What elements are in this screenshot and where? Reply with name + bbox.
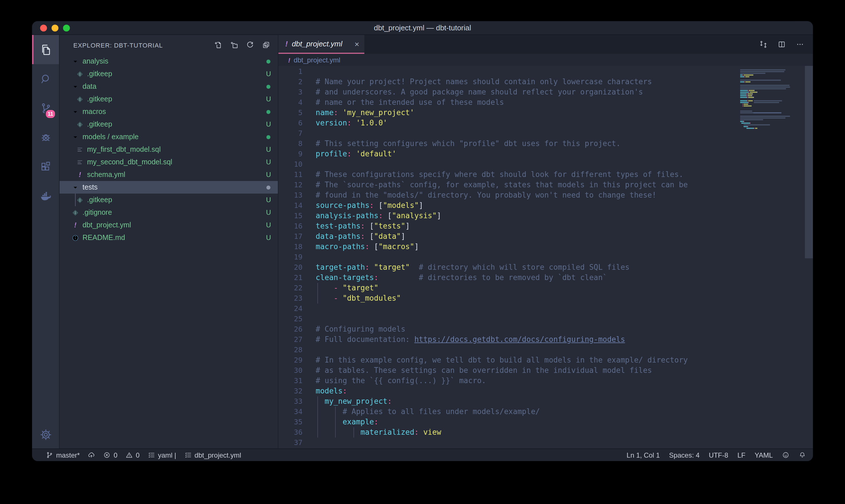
- minimap[interactable]: [740, 68, 805, 131]
- status-problems-warnings[interactable]: 0: [125, 451, 140, 459]
- line-number: 2: [278, 77, 303, 87]
- tree-item-dbt-project-yml[interactable]: !dbt_project.ymlU: [59, 219, 278, 231]
- code-line-26[interactable]: 26# Configuring models: [278, 324, 813, 335]
- code-line-28[interactable]: 28: [278, 345, 813, 355]
- status-eol[interactable]: LF: [737, 451, 745, 459]
- status-cursor-position[interactable]: Ln 1, Col 1: [627, 451, 660, 459]
- status-notifications[interactable]: [798, 451, 806, 459]
- code-line-21[interactable]: 21clean-targets: # directories to be rem…: [278, 273, 813, 283]
- line-number: 18: [278, 242, 303, 252]
- activity-item-search[interactable]: [32, 64, 59, 93]
- indent-guide: [336, 417, 336, 427]
- zoom-window-button[interactable]: [63, 24, 70, 31]
- code-line-27[interactable]: 27# Full documentation: https://docs.get…: [278, 335, 813, 345]
- tree-item-data[interactable]: data: [59, 80, 278, 93]
- tree-item-my-second-dbt-model-sql[interactable]: my_second_dbt_model.sqlU: [59, 156, 278, 168]
- code-line-18[interactable]: 18macro-paths: ["macros"]: [278, 242, 813, 252]
- code-line-33[interactable]: 33 my_new_project:: [278, 396, 813, 407]
- code-line-32[interactable]: 32models:: [278, 386, 813, 396]
- code-line-10[interactable]: 10: [278, 159, 813, 169]
- tree-item-macros[interactable]: macros: [59, 105, 278, 118]
- status-indentation[interactable]: Spaces: 4: [669, 451, 700, 459]
- code-line-12[interactable]: 12# The `source-paths` config, for examp…: [278, 180, 813, 190]
- code-line-29[interactable]: 29# In this example config, we tell dbt …: [278, 355, 813, 365]
- status-feedback[interactable]: [782, 451, 789, 459]
- code-line-11[interactable]: 11# These configurations specify where d…: [278, 169, 813, 180]
- code-line-22[interactable]: 22 - "target": [278, 283, 813, 293]
- line-number: 36: [278, 427, 303, 437]
- code-line-15[interactable]: 15analysis-paths: ["analysis"]: [278, 211, 813, 221]
- tree-item-gitkeep[interactable]: .gitkeepU: [59, 68, 278, 80]
- activity-item-source-control[interactable]: 11: [32, 93, 59, 123]
- code-line-16[interactable]: 16test-paths: ["tests"]: [278, 221, 813, 231]
- code-line-6[interactable]: 6version: '1.0.0': [278, 118, 813, 128]
- code-line-30[interactable]: 30# as tables. These settings can be ove…: [278, 365, 813, 376]
- activity-item-debug[interactable]: [32, 123, 59, 152]
- code-line-1[interactable]: 1: [278, 67, 813, 77]
- tree-item-models-example[interactable]: models / example: [59, 130, 278, 143]
- open-changes-button[interactable]: [759, 40, 768, 49]
- close-window-button[interactable]: [40, 24, 47, 31]
- split-editor-button[interactable]: [777, 40, 786, 49]
- status-sync[interactable]: [88, 451, 95, 459]
- tree-item-gitkeep[interactable]: .gitkeepU: [59, 93, 278, 105]
- tree-item-gitkeep[interactable]: .gitkeepU: [59, 194, 278, 206]
- tree-item-readme-md[interactable]: README.mdU: [59, 231, 278, 244]
- new-folder-button[interactable]: [230, 41, 238, 49]
- status-encoding[interactable]: UTF-8: [709, 451, 728, 459]
- status-active-file-task[interactable]: dbt_project.yml: [184, 451, 241, 459]
- activity-item-extensions[interactable]: [32, 152, 59, 181]
- status-linter-yaml[interactable]: yaml |: [147, 451, 176, 459]
- code-line-2[interactable]: 2# Name your project! Project names shou…: [278, 77, 813, 87]
- status-language-mode[interactable]: YAML: [754, 451, 773, 459]
- tree-item-label: my_second_dbt_model.sql: [87, 158, 172, 166]
- code-line-20[interactable]: 20target-path: "target" # directory whic…: [278, 262, 813, 273]
- tree-item-gitignore[interactable]: .gitignoreU: [59, 206, 278, 219]
- code-line-31[interactable]: 31# using the `{{ config(...) }}` macro.: [278, 376, 813, 386]
- code-line-36[interactable]: 36 materialized: view: [278, 427, 813, 437]
- code-line-13[interactable]: 13# found in the "models/" directory. Yo…: [278, 190, 813, 200]
- code-line-9[interactable]: 9profile: 'default': [278, 149, 813, 159]
- tree-item-tests[interactable]: tests: [59, 181, 278, 194]
- code-line-25[interactable]: 25: [278, 314, 813, 324]
- tree-item-analysis[interactable]: analysis: [59, 55, 278, 68]
- status-branch[interactable]: master*: [46, 451, 80, 459]
- code-line-7[interactable]: 7: [278, 128, 813, 139]
- editor-scrollbar[interactable]: [805, 66, 813, 258]
- line-number: 10: [278, 159, 303, 169]
- activity-item-explorer[interactable]: [32, 35, 59, 64]
- tree-item-gitkeep[interactable]: .gitkeepU: [59, 118, 278, 130]
- title-bar[interactable]: dbt_project.yml — dbt-tutorial: [32, 21, 813, 35]
- tree-item-schema-yml[interactable]: !schema.ymlU: [59, 168, 278, 181]
- chevron-down-icon: [71, 108, 79, 115]
- new-file-button[interactable]: [214, 41, 222, 49]
- code-line-8[interactable]: 8# This setting configures which "profil…: [278, 139, 813, 149]
- code-line-34[interactable]: 34 # Applies to all files under models/e…: [278, 407, 813, 417]
- code-editor[interactable]: 12# Name your project! Project names sho…: [278, 66, 813, 448]
- more-actions-button[interactable]: [796, 40, 804, 49]
- code-line-3[interactable]: 3# and underscores. A good package name …: [278, 87, 813, 97]
- status-problems-errors[interactable]: 0: [103, 451, 118, 459]
- activity-bar-items: 11: [32, 35, 59, 210]
- code-line-23[interactable]: 23 - "dbt_modules": [278, 293, 813, 304]
- breadcrumb-item[interactable]: dbt_project.yml: [293, 56, 340, 64]
- code-line-14[interactable]: 14source-paths: ["models"]: [278, 200, 813, 211]
- line-number: 14: [278, 200, 303, 211]
- breadcrumb[interactable]: ! dbt_project.yml: [278, 54, 813, 66]
- refresh-explorer-button[interactable]: [246, 41, 254, 49]
- code-line-5[interactable]: 5name: 'my_new_project': [278, 108, 813, 118]
- tab-dbt-project-yml[interactable]: ! dbt_project.yml ×: [278, 35, 364, 54]
- close-tab-icon[interactable]: ×: [355, 40, 359, 48]
- code-line-17[interactable]: 17data-paths: ["data"]: [278, 231, 813, 242]
- tree-item-my-first-dbt-model-sql[interactable]: my_first_dbt_model.sqlU: [59, 143, 278, 156]
- code-line-35[interactable]: 35 example:: [278, 417, 813, 427]
- code-line-24[interactable]: 24: [278, 304, 813, 314]
- chevron-down-icon: [71, 183, 79, 191]
- minimize-window-button[interactable]: [52, 24, 58, 31]
- code-line-4[interactable]: 4# name or the intended use of these mod…: [278, 97, 813, 108]
- code-line-37[interactable]: 37: [278, 437, 813, 448]
- manage-button[interactable]: [32, 421, 59, 448]
- code-line-19[interactable]: 19: [278, 252, 813, 262]
- collapse-folders-button[interactable]: [262, 41, 270, 49]
- activity-item-docker[interactable]: [32, 181, 59, 210]
